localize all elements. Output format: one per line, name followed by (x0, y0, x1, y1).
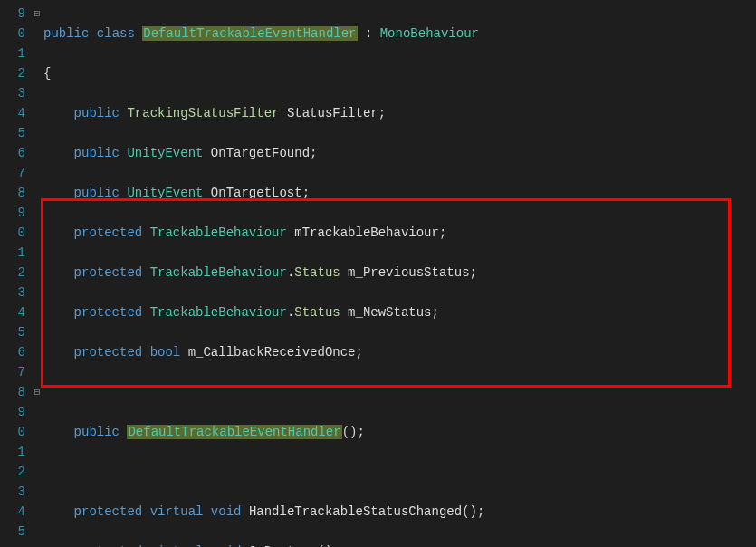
code-area[interactable]: public class DefaultTrackableEventHandle… (43, 0, 756, 547)
code-line[interactable]: public UnityEvent OnTargetLost; (43, 183, 756, 203)
code-line[interactable]: protected TrackableBehaviour.Status m_Ne… (43, 302, 756, 322)
fold-icon[interactable]: ⊟ (31, 4, 43, 24)
code-line[interactable]: protected bool m_CallbackReceivedOnce; (43, 342, 756, 362)
highlighted-token: DefaultTrackableEventHandler (127, 425, 341, 439)
code-line[interactable] (43, 462, 756, 482)
highlighted-token: DefaultTrackableEventHandler (142, 26, 357, 41)
line-number-gutter: 9 0 1 2 3 4 5 6 7 8 9 0 1 2 3 4 5 6 7 8 … (0, 0, 31, 547)
code-line[interactable]: protected virtual void OnDestroy(); (43, 542, 756, 547)
code-line[interactable]: public class DefaultTrackableEventHandle… (43, 24, 756, 43)
code-line[interactable]: protected TrackableBehaviour mTrackableB… (43, 223, 756, 243)
code-line[interactable]: protected TrackableBehaviour.Status m_Pr… (43, 263, 756, 283)
code-line[interactable]: public TrackingStatusFilter StatusFilter… (43, 103, 756, 123)
fold-icon[interactable]: ⊟ (31, 382, 43, 402)
fold-gutter[interactable]: ⊟ ⊟ (31, 0, 43, 547)
code-line[interactable]: protected virtual void HandleTrackableSt… (43, 502, 756, 522)
code-line[interactable]: public UnityEvent OnTargetFound; (43, 143, 756, 163)
code-line[interactable]: public DefaultTrackableEventHandler(); (43, 422, 756, 442)
code-editor[interactable]: 9 0 1 2 3 4 5 6 7 8 9 0 1 2 3 4 5 6 7 8 … (0, 0, 756, 547)
code-line[interactable]: { (43, 63, 756, 83)
code-line[interactable] (43, 382, 756, 402)
